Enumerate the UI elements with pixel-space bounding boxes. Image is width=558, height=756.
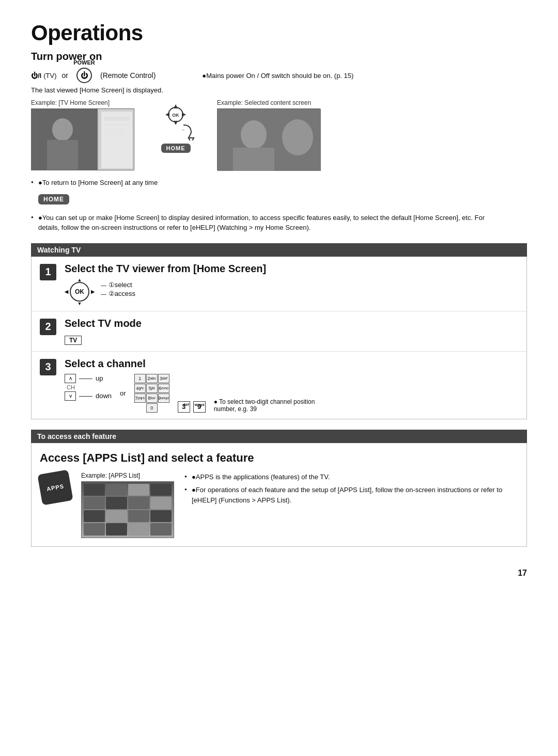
numpad-grid-container: 1 2abc 3def 4ghi 5jkl 6mno 7pqrs 8tuv 9w…: [134, 374, 169, 413]
step-2-number: 2: [40, 319, 56, 335]
ch-label: CH: [67, 384, 112, 390]
apps-cell: [128, 523, 149, 536]
ok-right-arrow-icon: ▶: [91, 289, 95, 294]
apps-icon: APPS: [37, 469, 73, 506]
example-left-block: Example: [TV Home Screen]: [31, 99, 134, 170]
page-title: Operations: [31, 21, 527, 45]
example-right-block: Example: Selected content screen: [217, 99, 320, 170]
watching-tv-bar: Watching TV: [31, 243, 527, 257]
ok-circle: OK ▲ ▼ ◀ ▶: [70, 282, 89, 302]
apps-cell: [84, 510, 105, 523]
apps-cell: [150, 497, 172, 509]
home-arrow-diagram: OK → HOME: [150, 99, 202, 156]
channel-controls: ∧ —— up CH ∨ —— down or: [65, 374, 518, 413]
home-badge-return: HOME: [38, 194, 69, 204]
ok-left-arrow-icon: ◀: [65, 289, 68, 294]
tv-home-screen-image: [31, 108, 134, 170]
numpad-5: 5jkl: [146, 384, 158, 393]
numpad-1: 1: [134, 374, 146, 383]
channel-up-down: ∧ —— up CH ∨ —— down: [65, 374, 112, 401]
down-text: down: [96, 392, 112, 400]
apps-cell: [106, 497, 127, 509]
ch-down-row: ∨ —— down: [65, 391, 112, 401]
svg-text:→: →: [181, 128, 185, 132]
feature-access-section: To access each feature Access [APPS List…: [31, 430, 527, 547]
tv-label: (TV): [43, 72, 56, 80]
or-label: or: [62, 71, 68, 80]
feature-access-bar: To access each feature: [31, 430, 527, 443]
tv-content-screen-image: [217, 108, 320, 170]
ok-top-arrow-icon: ▲: [78, 277, 82, 282]
step-2-content: Select TV mode TV: [65, 318, 518, 345]
channel-note: ● To select two-digit channel position n…: [214, 398, 328, 413]
example-left-label: Example: [TV Home Screen]: [31, 99, 134, 106]
last-viewed-text: The last viewed [Home Screen] is display…: [31, 86, 527, 94]
mains-note: ●Mains power On / Off switch should be o…: [202, 72, 353, 80]
steps-container: 1 Select the TV viewer from [Home Screen…: [31, 257, 527, 419]
info-bullet: ●You can set up or make [Home Screen] to…: [31, 213, 506, 233]
up-text: up: [96, 374, 103, 382]
page-number: 17: [518, 569, 527, 578]
home-badge-label: HOME: [166, 145, 185, 151]
svg-rect-5: [104, 117, 130, 121]
svg-rect-3: [47, 140, 78, 170]
numpad-7: 7pqrs: [134, 393, 146, 403]
svg-text:OK: OK: [172, 113, 179, 118]
ok-label: OK: [75, 288, 84, 295]
svg-point-19: [282, 119, 313, 155]
step-3-content: Select a channel ∧ —— up CH ∨ —— down: [65, 358, 518, 413]
power-on-symbol: ⏻/I: [31, 72, 41, 80]
digit-9-sup: wxyz: [195, 402, 205, 407]
svg-marker-14: [182, 113, 186, 117]
power-icon-wrap: POWER: [76, 68, 92, 83]
ch-down-label: ——: [79, 392, 92, 400]
step-1-heading: Select the TV viewer from [Home Screen]: [65, 263, 518, 275]
numpad-8: 8tuv: [146, 393, 158, 403]
step-1-content: Select the TV viewer from [Home Screen] …: [65, 263, 518, 305]
apps-grid: [82, 482, 174, 538]
apps-cell: [150, 523, 172, 536]
numpad-0: 0: [146, 403, 158, 413]
apps-cell: [128, 510, 149, 523]
numpad-6: 6mno: [158, 384, 169, 393]
home-badge-arrow: HOME: [161, 144, 191, 153]
home-return-row: ●To return to [Home Screen] at any time …: [31, 178, 527, 208]
tv-mode-badge: TV: [65, 336, 82, 345]
numpad-grid: 1 2abc 3def 4ghi 5jkl 6mno 7pqrs 8tuv 9w…: [134, 374, 169, 413]
step-1-number: 1: [40, 264, 56, 280]
page-footer: 17: [31, 547, 527, 578]
ch-up-label: ——: [79, 374, 92, 382]
apps-cell: [84, 523, 105, 536]
access-label: ②access: [109, 290, 135, 297]
step-2-row: 2 Select TV mode TV: [32, 311, 526, 352]
select-item: — ①select: [101, 281, 135, 289]
power-text-label: POWER: [73, 59, 95, 66]
svg-marker-12: [174, 121, 178, 125]
turn-power-section: Turn power on ⏻/I (TV) or POWER (Remote …: [31, 51, 527, 233]
apps-bullet-2: ●For operations of each feature and the …: [184, 485, 518, 505]
select-label: ①select: [109, 281, 132, 289]
apps-cell: [106, 484, 127, 496]
apps-example-label: Example: [APPS List]: [81, 472, 174, 479]
apps-screenshot: [81, 481, 174, 538]
numpad-9: 9wxyz: [158, 393, 169, 403]
ch-up-row: ∧ —— up: [65, 374, 112, 383]
digit-9-badge: 9wxyz: [193, 401, 206, 413]
apps-cell: [150, 510, 172, 523]
apps-cell: [150, 484, 172, 496]
ok-button-diagram: OK ▲ ▼ ◀ ▶: [65, 279, 96, 305]
svg-rect-8: [104, 134, 127, 137]
feature-bullets: ●APPS is the applications (features) of …: [184, 472, 518, 509]
examples-row: Example: [TV Home Screen]: [31, 99, 527, 170]
digit-3-sup: def: [183, 402, 189, 407]
numpad-4: 4ghi: [134, 384, 146, 393]
remote-label: (Remote Control): [100, 71, 156, 80]
svg-point-17: [241, 120, 267, 149]
ok-bottom-arrow-icon: ▼: [78, 301, 82, 306]
digit-3-badge: 3def: [178, 401, 190, 413]
turn-power-title: Turn power on: [31, 51, 527, 62]
ch-down-arrow: ∨: [65, 391, 76, 401]
ch-up-arrow: ∧: [65, 374, 76, 383]
home-badge2-label: HOME: [43, 196, 64, 203]
step-3-number: 3: [40, 359, 56, 375]
